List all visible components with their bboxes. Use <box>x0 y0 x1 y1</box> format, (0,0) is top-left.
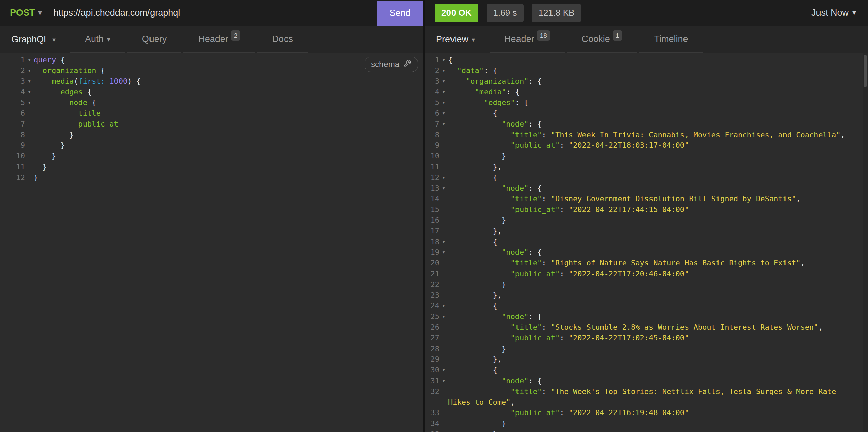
code-line: 23 }, <box>425 290 868 301</box>
fold-arrow-icon[interactable]: ▾ <box>25 55 34 65</box>
code-line: 20 "title": "Rights of Nature Says Natur… <box>425 258 868 268</box>
chevron-down-icon <box>38 8 42 17</box>
header-count-badge: 2 <box>231 30 241 41</box>
line-number: 18 <box>425 236 439 247</box>
fold-arrow-icon[interactable]: ▾ <box>25 65 34 76</box>
chevron-down-icon <box>472 36 475 44</box>
fold-arrow-icon[interactable]: ▾ <box>439 76 448 87</box>
fold-arrow-icon[interactable]: ▾ <box>439 97 448 108</box>
tab-timeline[interactable]: Timeline <box>639 26 703 53</box>
view-type-label: Preview <box>436 34 468 45</box>
fold-spacer <box>25 130 34 140</box>
body-type-dropdown[interactable]: GraphQL <box>0 26 67 53</box>
fold-arrow-icon[interactable]: ▾ <box>439 55 448 65</box>
fold-spacer <box>439 151 448 162</box>
fold-spacer <box>439 162 448 172</box>
fold-spacer <box>439 215 448 226</box>
line-number: 11 <box>10 162 25 172</box>
code-text: { <box>448 300 868 311</box>
tab-header[interactable]: Header 2 <box>184 26 255 53</box>
code-text: "node": { <box>448 375 868 386</box>
body-type-label: GraphQL <box>11 34 49 45</box>
fold-arrow-icon[interactable]: ▾ <box>439 119 448 130</box>
code-line: 11 } <box>10 162 423 172</box>
fold-spacer <box>439 130 448 140</box>
response-meta-bar: 200 OK 1.69 s 121.8 KB Just Now <box>425 0 868 26</box>
fold-arrow-icon[interactable]: ▾ <box>439 311 448 322</box>
fold-arrow-icon[interactable]: ▾ <box>25 87 34 97</box>
schema-button[interactable]: schema <box>365 57 418 72</box>
wrench-icon <box>403 59 411 69</box>
tab-cookie[interactable]: Cookie 1 <box>567 26 638 53</box>
line-number: 33 <box>425 407 439 418</box>
code-line: 5▾ "edges": [ <box>425 97 868 108</box>
fold-arrow-icon[interactable]: ▾ <box>439 365 448 375</box>
fold-spacer <box>25 162 34 172</box>
fold-arrow-icon[interactable]: ▾ <box>439 247 448 258</box>
fold-arrow-icon[interactable]: ▾ <box>439 375 448 386</box>
fold-arrow-icon[interactable]: ▾ <box>439 87 448 97</box>
tab-response-header[interactable]: Header 18 <box>490 26 565 53</box>
fold-arrow-icon[interactable]: ▾ <box>25 97 34 108</box>
code-text: "node": { <box>448 247 868 258</box>
graphql-query-editor[interactable]: schema 1▾query {2▾ organization {3▾ medi… <box>0 53 423 432</box>
fold-arrow-icon[interactable]: ▾ <box>439 183 448 194</box>
code-line: 9 "public_at": "2022-04-22T18:03:17-04:0… <box>425 140 868 151</box>
fold-arrow-icon[interactable]: ▾ <box>25 76 34 87</box>
method-label: POST <box>10 8 35 18</box>
line-number: 7 <box>10 119 25 130</box>
code-text: "media": { <box>448 87 868 97</box>
code-line: 31▾ "node": { <box>425 375 868 386</box>
line-number: 26 <box>425 322 439 333</box>
code-text: } <box>34 151 423 162</box>
line-number: 8 <box>10 130 25 140</box>
code-text: }, <box>448 354 868 365</box>
tab-auth[interactable]: Auth <box>70 26 125 53</box>
fold-spacer <box>439 279 448 290</box>
line-number: 24 <box>425 300 439 311</box>
fold-arrow-icon[interactable]: ▾ <box>439 300 448 311</box>
response-history-dropdown[interactable]: Just Now <box>811 8 856 18</box>
chevron-down-icon <box>52 36 56 44</box>
code-text: "node": { <box>448 119 868 130</box>
tab-query[interactable]: Query <box>127 26 182 53</box>
fold-arrow-icon[interactable]: ▾ <box>439 108 448 119</box>
fold-arrow-icon[interactable]: ▾ <box>439 65 448 76</box>
fold-arrow-icon[interactable]: ▾ <box>439 236 448 247</box>
status-badge: 200 OK <box>435 4 478 22</box>
code-line: 6 title <box>10 108 423 119</box>
code-text: "node": { <box>448 183 868 194</box>
cookie-count-badge: 1 <box>613 30 623 41</box>
history-label: Just Now <box>811 8 849 18</box>
view-type-dropdown[interactable]: Preview <box>425 26 487 53</box>
code-text: { <box>448 108 868 119</box>
line-number: 13 <box>425 183 439 194</box>
code-text: "title": "This Week In Trivia: Cannabis,… <box>448 130 868 140</box>
response-pane: Preview Header 18 Cookie 1 Timeline 1▾{2… <box>425 26 868 432</box>
url-input[interactable]: https://api.cheddar.com/graphql <box>54 8 377 18</box>
response-preview-editor[interactable]: 1▾{2▾ "data": {3▾ "organization": {4▾ "m… <box>425 53 868 432</box>
line-number: 4 <box>10 87 25 97</box>
line-number: 9 <box>10 140 25 151</box>
tab-docs[interactable]: Docs <box>257 26 308 53</box>
code-text: "public_at": "2022-04-22T17:20:46-04:00" <box>448 268 868 279</box>
code-line: 4▾ "media": { <box>425 87 868 97</box>
chevron-down-icon <box>852 8 856 17</box>
code-line: 2▾ "data": { <box>425 65 868 76</box>
line-number: 2 <box>425 65 439 76</box>
send-button[interactable]: Send <box>377 1 423 26</box>
line-number: 23 <box>425 290 439 301</box>
scrollbar-thumb[interactable] <box>864 55 867 87</box>
scrollbar-track[interactable] <box>863 54 868 432</box>
code-text: title <box>34 108 423 119</box>
fold-arrow-icon[interactable]: ▾ <box>439 172 448 183</box>
fold-spacer <box>25 119 34 130</box>
code-line: 17 }, <box>425 226 868 236</box>
line-number: 29 <box>425 354 439 365</box>
fold-spacer <box>439 333 448 343</box>
code-line: 3▾ "organization": { <box>425 76 868 87</box>
line-number: 7 <box>425 119 439 130</box>
method-dropdown[interactable]: POST <box>10 8 42 18</box>
code-line: 28 } <box>425 343 868 354</box>
code-line: 13▾ "node": { <box>425 183 868 194</box>
